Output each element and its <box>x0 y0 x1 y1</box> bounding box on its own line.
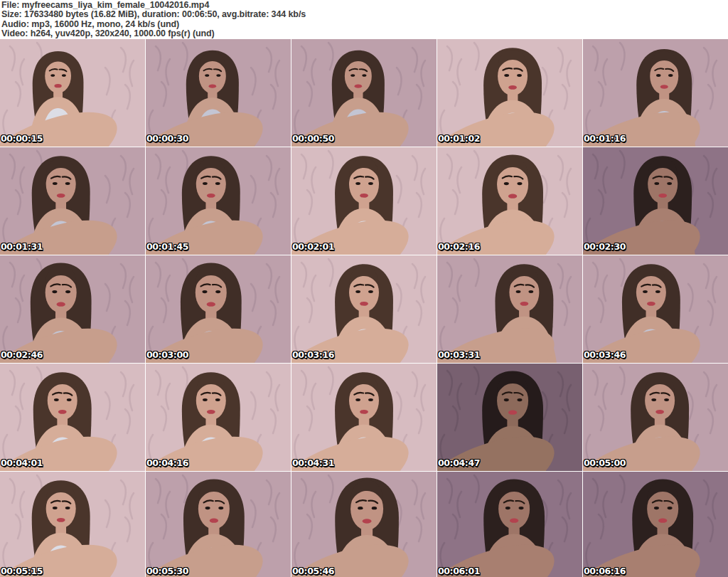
webcam-frame-placeholder <box>583 472 728 577</box>
webcam-frame-placeholder <box>583 364 728 471</box>
left-eye <box>656 74 660 77</box>
webcam-frame-placeholder <box>437 472 582 577</box>
video-thumbnail: 00:06:16 <box>583 472 728 577</box>
timestamp-label: 00:02:30 <box>584 241 626 252</box>
right-eye <box>667 182 672 185</box>
left-eye <box>516 290 521 293</box>
video-thumbnail: 00:01:16 <box>583 39 728 147</box>
lips <box>207 302 215 307</box>
video-thumbnail: 00:05:00 <box>583 364 728 471</box>
video-thumbnail: 00:03:46 <box>583 255 728 363</box>
lips <box>54 84 61 88</box>
lips <box>508 194 517 198</box>
left-eye <box>355 398 360 401</box>
left-eye <box>504 398 509 401</box>
right-eye <box>517 398 522 401</box>
timestamp-label: 00:04:01 <box>1 457 43 468</box>
timestamp-label: 00:01:45 <box>146 241 188 252</box>
video-thumbnail: 00:03:31 <box>437 255 582 363</box>
webcam-frame-placeholder <box>583 147 728 255</box>
timestamp-label: 00:06:16 <box>584 566 626 576</box>
timestamp-label: 00:04:47 <box>438 457 480 468</box>
video-thumbnail: 00:02:16 <box>437 147 582 255</box>
timestamp-label: 00:06:01 <box>438 566 480 576</box>
timestamp-label: 00:02:01 <box>292 241 334 252</box>
video-thumbnail: 00:04:01 <box>0 364 145 471</box>
left-eye <box>54 398 59 401</box>
webcam-frame-placeholder <box>437 364 582 471</box>
lips <box>510 519 518 523</box>
webcam-frame-placeholder <box>291 39 437 147</box>
right-eye <box>218 507 223 509</box>
webcam-frame-placeholder <box>146 147 291 255</box>
right-eye <box>519 507 524 509</box>
lips <box>57 302 65 307</box>
right-eye <box>517 74 522 77</box>
left-eye <box>203 182 208 185</box>
video-thumbnail: 00:05:15 <box>0 472 145 577</box>
timestamp-label: 00:05:30 <box>146 566 188 576</box>
left-eye <box>358 507 363 509</box>
lips <box>658 194 667 198</box>
webcam-frame-placeholder <box>291 364 437 471</box>
right-eye <box>664 398 669 401</box>
lips <box>207 194 215 198</box>
video-thumbnail: 00:02:01 <box>291 147 437 255</box>
left-eye <box>350 74 355 77</box>
left-eye <box>504 74 509 77</box>
timestamp-label: 00:01:16 <box>584 133 626 144</box>
timestamp-label: 00:03:00 <box>146 349 188 360</box>
right-eye <box>372 507 377 509</box>
left-eye <box>53 182 58 185</box>
thumbnail-contact-sheet: File: myfreecams_liya_kim_female_1004201… <box>0 0 728 38</box>
left-eye <box>355 182 360 185</box>
lips <box>58 410 67 414</box>
lips <box>210 519 218 523</box>
timestamp-label: 00:05:15 <box>1 566 43 576</box>
video-thumbnail: 00:02:30 <box>583 147 728 255</box>
left-eye <box>203 398 208 401</box>
video-thumbnail: 00:01:45 <box>146 147 291 255</box>
right-eye <box>62 74 66 76</box>
webcam-frame-placeholder <box>291 147 437 255</box>
thumbnail-grid: 00:00:15 <box>0 39 728 577</box>
timestamp-label: 00:00:15 <box>1 133 43 144</box>
timestamp-label: 00:00:30 <box>146 133 188 144</box>
lips <box>363 519 372 523</box>
webcam-frame-placeholder <box>583 255 728 363</box>
lips <box>520 302 529 306</box>
lips <box>508 411 517 415</box>
audio-info-line: Audio: mp3, 16000 Hz, mono, 24 kb/s (und… <box>1 20 728 29</box>
right-eye <box>65 290 70 293</box>
timestamp-label: 00:03:31 <box>438 349 480 360</box>
lips <box>209 84 217 88</box>
left-eye <box>202 290 207 293</box>
video-thumbnail: 00:04:16 <box>146 364 291 471</box>
right-eye <box>668 74 673 77</box>
right-eye <box>655 290 660 293</box>
webcam-frame-placeholder <box>146 39 291 147</box>
timestamp-label: 00:04:16 <box>146 457 188 468</box>
timestamp-label: 00:00:50 <box>292 133 334 144</box>
timestamp-label: 00:03:46 <box>584 349 626 360</box>
right-eye <box>362 74 366 77</box>
webcam-frame-placeholder <box>146 364 291 471</box>
right-eye <box>368 398 373 401</box>
right-eye <box>65 507 70 509</box>
left-eye <box>53 507 58 509</box>
webcam-frame-placeholder <box>146 472 291 577</box>
media-info-header: File: myfreecams_liya_kim_female_1004201… <box>0 0 728 38</box>
webcam-frame-placeholder <box>437 39 582 147</box>
left-eye <box>654 507 659 509</box>
lips <box>508 85 517 90</box>
timestamp-label: 00:02:46 <box>1 349 43 360</box>
right-eye <box>368 182 373 185</box>
right-eye <box>528 290 533 293</box>
lips <box>57 518 65 522</box>
timestamp-label: 00:01:31 <box>1 241 43 252</box>
webcam-frame-placeholder <box>437 147 582 255</box>
timestamp-label: 00:05:00 <box>584 457 626 468</box>
lips <box>655 410 664 414</box>
right-eye <box>67 398 72 401</box>
video-info-line: Video: h264, yuv420p, 320x240, 1000.00 f… <box>1 29 728 38</box>
